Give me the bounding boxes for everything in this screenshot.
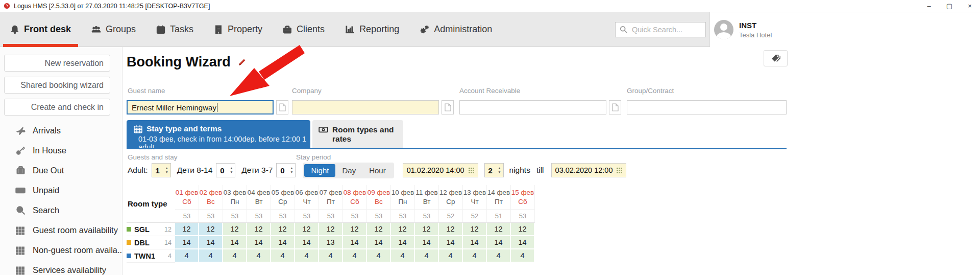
date-column-header[interactable]: 07 февПт: [319, 185, 343, 210]
availability-cell[interactable]: 4: [367, 249, 391, 263]
availability-cell[interactable]: 14: [367, 236, 391, 249]
room-type-row-label[interactable]: TWN1: [127, 249, 161, 263]
availability-cell[interactable]: 4: [415, 249, 439, 263]
company-document-button[interactable]: [442, 100, 454, 114]
date-column-header[interactable]: 05 февСр: [271, 185, 295, 210]
date-column-header[interactable]: 13 февЧт: [463, 185, 487, 210]
nav-item-property[interactable]: Property: [204, 12, 273, 47]
sidebar-item-due-out[interactable]: Due Out: [0, 161, 122, 180]
availability-cell[interactable]: 12: [223, 223, 247, 236]
availability-cell[interactable]: 14: [487, 236, 511, 249]
spinner-down-icon[interactable]: ▼: [165, 171, 168, 174]
availability-cell[interactable]: 14: [199, 236, 223, 249]
checkin-date-input[interactable]: 01.02.2020 14:00: [403, 163, 478, 177]
spinner-down-icon[interactable]: ▼: [290, 171, 293, 174]
availability-cell[interactable]: 4: [247, 249, 271, 263]
availability-cell[interactable]: 4: [223, 249, 247, 263]
user-panel[interactable]: INST Tesla Hotel: [709, 12, 980, 47]
children-3-7-stepper[interactable]: 0 ▲▼: [276, 163, 296, 177]
availability-cell[interactable]: 14: [415, 236, 439, 249]
period-hour-button[interactable]: Hour: [362, 164, 393, 177]
availability-cell[interactable]: 12: [295, 223, 319, 236]
spinner-down-icon[interactable]: ▼: [230, 171, 233, 174]
spinner-up-icon[interactable]: ▲: [498, 167, 501, 170]
sidebar-item-guest-room-availability[interactable]: Guest room availability: [0, 220, 122, 240]
availability-cell[interactable]: 4: [463, 249, 487, 263]
availability-cell[interactable]: 14: [247, 236, 271, 249]
availability-cell[interactable]: 14: [175, 236, 199, 249]
availability-cell[interactable]: 4: [319, 249, 343, 263]
create-and-check-in-button[interactable]: Create and check in: [4, 99, 110, 116]
adult-stepper[interactable]: 1 ▲▼: [152, 163, 171, 177]
sidebar-item-in-house[interactable]: In House: [0, 141, 122, 161]
availability-cell[interactable]: 4: [439, 249, 463, 263]
company-input[interactable]: [292, 100, 439, 114]
sidebar-item-search[interactable]: Search: [0, 200, 122, 220]
availability-cell[interactable]: 14: [295, 236, 319, 249]
guest-document-button[interactable]: [276, 100, 288, 114]
availability-cell[interactable]: 12: [199, 223, 223, 236]
date-column-header[interactable]: 06 февЧт: [295, 185, 319, 210]
spinner-up-icon[interactable]: ▲: [230, 167, 233, 170]
guest-name-input[interactable]: Ernest Miller Hemingway: [127, 100, 274, 114]
date-column-header[interactable]: 14 февПт: [487, 185, 511, 210]
availability-cell[interactable]: 14: [391, 236, 415, 249]
date-column-header[interactable]: 10 февПн: [391, 185, 415, 210]
date-column-header[interactable]: 01 февСб: [175, 185, 199, 210]
room-type-row-label[interactable]: SGL: [127, 223, 161, 236]
availability-cell[interactable]: 4: [271, 249, 295, 263]
availability-cell[interactable]: 12: [439, 223, 463, 236]
availability-cell[interactable]: 12: [319, 223, 343, 236]
availability-cell[interactable]: 4: [175, 249, 199, 263]
spinner-up-icon[interactable]: ▲: [165, 167, 168, 170]
availability-cell[interactable]: 12: [511, 223, 535, 236]
availability-cell[interactable]: 12: [271, 223, 295, 236]
availability-cell[interactable]: 4: [343, 249, 367, 263]
availability-cell[interactable]: 12: [367, 223, 391, 236]
availability-cell[interactable]: 12: [415, 223, 439, 236]
room-type-row-label[interactable]: DBL: [127, 236, 161, 249]
availability-cell[interactable]: 14: [439, 236, 463, 249]
availability-cell[interactable]: 14: [511, 236, 535, 249]
availability-cell[interactable]: 4: [391, 249, 415, 263]
date-column-header[interactable]: 12 февСр: [439, 185, 463, 210]
group-contract-input[interactable]: [627, 100, 787, 114]
sidebar-item-services-availability[interactable]: Services availability: [0, 260, 122, 275]
new-reservation-button[interactable]: New reservation: [4, 55, 110, 72]
quick-search[interactable]: [615, 22, 706, 37]
availability-cell[interactable]: 13: [319, 236, 343, 249]
availability-cell[interactable]: 14: [271, 236, 295, 249]
availability-cell[interactable]: 4: [487, 249, 511, 263]
sidebar-item-unpaid[interactable]: Unpaid: [0, 180, 122, 200]
date-column-header[interactable]: 08 февСб: [343, 185, 367, 210]
availability-cell[interactable]: 4: [199, 249, 223, 263]
date-column-header[interactable]: 15 февСб: [511, 185, 535, 210]
period-night-button[interactable]: Night: [304, 164, 335, 177]
availability-cell[interactable]: 12: [175, 223, 199, 236]
availability-cell[interactable]: 14: [343, 236, 367, 249]
nav-item-front-desk[interactable]: Front desk: [0, 12, 81, 47]
account-receivable-input[interactable]: [459, 100, 606, 114]
sidebar-item-non-guest-room-availability[interactable]: Non-guest room availa...: [0, 240, 122, 260]
date-column-header[interactable]: 02 февВс: [199, 185, 223, 210]
availability-cell[interactable]: 12: [343, 223, 367, 236]
availability-cell[interactable]: 14: [223, 236, 247, 249]
availability-cell[interactable]: 4: [511, 249, 535, 263]
date-column-header[interactable]: 11 февВт: [415, 185, 439, 210]
availability-cell[interactable]: 12: [463, 223, 487, 236]
availability-cell[interactable]: 4: [295, 249, 319, 263]
shared-booking-wizard-button[interactable]: Shared booking wizard: [4, 77, 110, 94]
quick-search-input[interactable]: [631, 25, 701, 34]
spinner-up-icon[interactable]: ▲: [290, 167, 293, 170]
date-column-header[interactable]: 04 февВт: [247, 185, 271, 210]
date-column-header[interactable]: 09 февВс: [367, 185, 391, 210]
availability-cell[interactable]: 12: [487, 223, 511, 236]
close-icon[interactable]: ×: [960, 0, 980, 12]
date-column-header[interactable]: 03 февПн: [223, 185, 247, 210]
availability-cell[interactable]: 12: [247, 223, 271, 236]
account-receivable-document-button[interactable]: [609, 100, 621, 114]
sidebar-item-arrivals[interactable]: Arrivals: [0, 121, 122, 141]
tags-button[interactable]: [764, 50, 788, 66]
minimize-icon[interactable]: –: [919, 0, 939, 12]
tab-room-types-and-rates[interactable]: Room types and rates: [312, 120, 403, 148]
